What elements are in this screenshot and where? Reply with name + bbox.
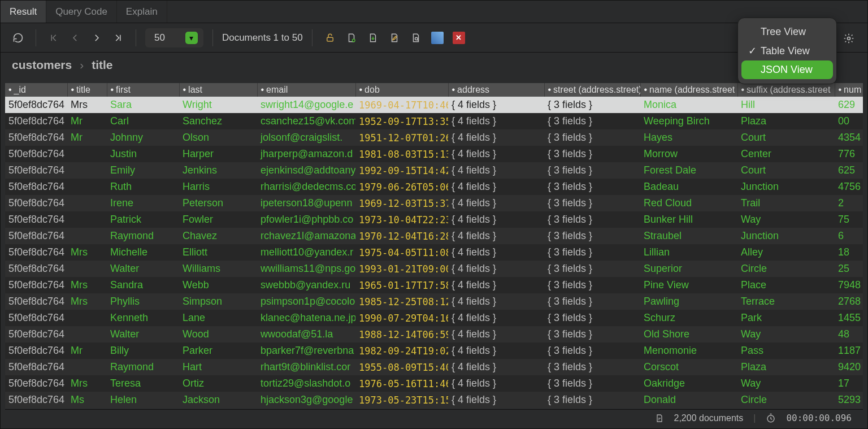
cell[interactable]: 17 <box>835 375 863 392</box>
cell[interactable]: Red Cloud <box>640 195 737 211</box>
cell[interactable]: 1969-12-03T15:37 <box>355 195 448 211</box>
view-tree[interactable]: Tree View <box>741 23 833 41</box>
cell[interactable]: 6 <box>835 228 863 244</box>
cell[interactable]: 1951-12-07T01:26 <box>355 129 448 146</box>
cell[interactable]: Olson <box>179 129 257 146</box>
cell[interactable]: { 4 fields } <box>448 195 544 211</box>
cell[interactable]: 4354 <box>835 129 863 146</box>
cell[interactable]: { 3 fields } <box>544 113 640 129</box>
cell[interactable]: Pass <box>737 343 835 359</box>
cell[interactable]: Terrace <box>737 293 835 310</box>
cell[interactable]: Chavez <box>179 228 257 244</box>
cell[interactable]: psimpson1p@cocolo <box>257 293 355 310</box>
cell[interactable]: 1455 <box>835 310 863 326</box>
add-document-icon[interactable] <box>343 29 360 46</box>
cell[interactable]: klanec@hatena.ne.jp <box>257 310 355 326</box>
cell[interactable]: Plaza <box>737 359 835 375</box>
last-page-icon[interactable] <box>110 29 127 46</box>
cell[interactable]: Wood <box>179 326 257 343</box>
cell[interactable]: { 4 fields } <box>448 162 544 179</box>
cell[interactable]: Way <box>737 326 835 343</box>
cell[interactable]: Hill <box>737 97 835 113</box>
cell[interactable]: { 4 fields } <box>448 359 544 375</box>
cell[interactable]: Fowler <box>179 211 257 228</box>
cell[interactable]: 5f0ef8dc764 <box>5 211 67 228</box>
cell[interactable]: ejenkinsd@addtoany <box>257 162 355 179</box>
table-row[interactable]: 5f0ef8dc764PatrickFowlerpfowler1i@phpbb.… <box>5 211 863 228</box>
cell[interactable]: Weeping Birch <box>640 113 737 129</box>
table-row[interactable]: 5f0ef8dc764WalterWoodwwoodaf@51.la1988-1… <box>5 326 863 343</box>
cell[interactable] <box>67 326 107 343</box>
cell[interactable]: 1965-01-17T17:58 <box>355 277 448 293</box>
unlock-icon[interactable] <box>322 29 338 46</box>
cell[interactable]: 00 <box>835 113 863 129</box>
cell[interactable]: Forest Dale <box>640 162 737 179</box>
table-row[interactable]: 5f0ef8dc764MsHelenJacksonhjackson3g@goog… <box>5 392 863 408</box>
breadcrumb-collection[interactable]: customers <box>12 58 72 72</box>
cell[interactable]: Emily <box>107 162 179 179</box>
col-first[interactable]: •first <box>107 83 179 97</box>
cell[interactable]: { 3 fields } <box>544 97 640 113</box>
cell[interactable]: Jenkins <box>179 162 257 179</box>
import-document-icon[interactable] <box>364 29 381 46</box>
cell[interactable]: 1970-12-04T16:28 <box>355 228 448 244</box>
cell[interactable]: 1973-05-23T15:15 <box>355 392 448 408</box>
cell[interactable]: { 3 fields } <box>544 195 640 211</box>
cell[interactable]: 5f0ef8dc764 <box>5 162 67 179</box>
cell[interactable]: { 4 fields } <box>448 326 544 343</box>
cell[interactable]: Trail <box>737 195 835 211</box>
cell[interactable]: Harris <box>179 179 257 195</box>
cell[interactable]: { 3 fields } <box>544 293 640 310</box>
cell[interactable]: Mr <box>67 113 107 129</box>
cell[interactable]: { 4 fields } <box>448 211 544 228</box>
gear-icon[interactable] <box>840 30 857 47</box>
cell[interactable]: { 4 fields } <box>448 113 544 129</box>
cell[interactable]: 2 <box>835 195 863 211</box>
cell[interactable]: Center <box>737 146 835 162</box>
cell[interactable]: Menomonie <box>640 343 737 359</box>
table-row[interactable]: 5f0ef8dc764MrsPhyllisSimpsonpsimpson1p@c… <box>5 293 863 310</box>
table-row[interactable]: 5f0ef8dc764RuthHarrisrharrisi@dedecms.co… <box>5 179 863 195</box>
cell[interactable]: { 4 fields } <box>448 97 544 113</box>
cell[interactable]: Parker <box>179 343 257 359</box>
cell[interactable]: Mrs <box>67 277 107 293</box>
cell[interactable]: 1992-09-15T14:42 <box>355 162 448 179</box>
next-page-icon[interactable] <box>88 29 105 46</box>
cell[interactable]: Irene <box>107 195 179 211</box>
cell[interactable]: Bunker Hill <box>640 211 737 228</box>
cell[interactable]: Straubel <box>640 228 737 244</box>
cell[interactable]: 5f0ef8dc764 <box>5 129 67 146</box>
table-row[interactable]: 5f0ef8dc764MrsSaraWrightswright14@google… <box>5 97 863 113</box>
page-size-select[interactable]: 50 ▾ <box>145 28 203 47</box>
cell[interactable]: Monica <box>640 97 737 113</box>
cell[interactable]: Patrick <box>107 211 179 228</box>
table-row[interactable]: 5f0ef8dc764MrsSandraWebbswebbb@yandex.ru… <box>5 277 863 293</box>
cell[interactable]: Lane <box>179 310 257 326</box>
cell[interactable]: 5f0ef8dc764 <box>5 326 67 343</box>
cell[interactable]: 1952-09-17T13:35 <box>355 113 448 129</box>
table-row[interactable]: 5f0ef8dc764EmilyJenkinsejenkinsd@addtoan… <box>5 162 863 179</box>
cell[interactable]: csanchez15@vk.com <box>257 113 355 129</box>
cell[interactable]: Simpson <box>179 293 257 310</box>
cell[interactable]: Corscot <box>640 359 737 375</box>
cell[interactable]: 1990-07-29T04:16 <box>355 310 448 326</box>
cell[interactable]: 1993-01-21T09:00 <box>355 261 448 277</box>
cell[interactable]: Sandra <box>107 277 179 293</box>
cell[interactable]: { 3 fields } <box>544 244 640 261</box>
cell[interactable]: Raymond <box>107 359 179 375</box>
cell[interactable]: tortiz29@slashdot.o <box>257 375 355 392</box>
cell[interactable]: 5f0ef8dc764 <box>5 375 67 392</box>
cell[interactable]: Mr <box>67 129 107 146</box>
cell[interactable]: Mrs <box>67 97 107 113</box>
cell[interactable]: 1979-06-26T05:06 <box>355 179 448 195</box>
inspect-document-icon[interactable] <box>407 29 424 46</box>
cell[interactable]: 5f0ef8dc764 <box>5 179 67 195</box>
cell[interactable]: hjackson3g@google <box>257 392 355 408</box>
cell[interactable]: 1976-05-16T11:46 <box>355 375 448 392</box>
cell[interactable]: 5f0ef8dc764 <box>5 97 67 113</box>
cell[interactable]: { 4 fields } <box>448 375 544 392</box>
cell[interactable] <box>67 310 107 326</box>
cell[interactable]: { 3 fields } <box>544 343 640 359</box>
chart-icon[interactable] <box>429 29 446 46</box>
cell[interactable]: { 3 fields } <box>544 392 640 408</box>
